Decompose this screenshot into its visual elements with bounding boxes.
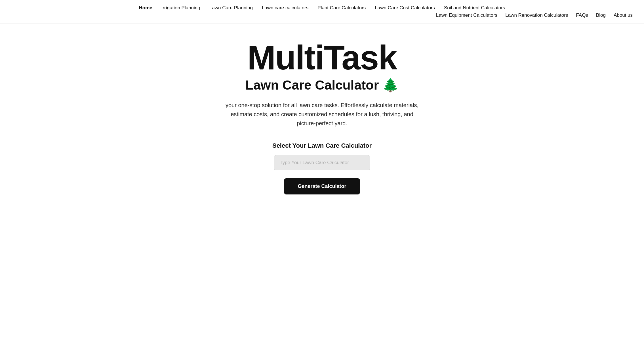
calculator-input[interactable] xyxy=(274,155,370,170)
nav-link-lawn-care-calculators[interactable]: Lawn care calculators xyxy=(262,5,308,11)
main-nav: HomeIrrigation PlanningLawn Care Plannin… xyxy=(0,0,644,24)
generate-calculator-button[interactable]: Generate Calculator xyxy=(284,178,360,194)
hero-title: MultiTask xyxy=(247,41,397,75)
calculator-label: Select Your Lawn Care Calculator xyxy=(272,142,372,149)
nav-link-lawn-care-planning[interactable]: Lawn Care Planning xyxy=(209,5,253,11)
nav-link-blog[interactable]: Blog xyxy=(596,12,606,18)
nav-link-lawn-care-cost-calculators[interactable]: Lawn Care Cost Calculators xyxy=(375,5,435,11)
nav-link-faqs[interactable]: FAQs xyxy=(576,12,588,18)
calculator-section: Select Your Lawn Care Calculator Generat… xyxy=(6,142,638,194)
nav-link-plant-care-calculators[interactable]: Plant Care Calculators xyxy=(317,5,366,11)
nav-link-home[interactable]: Home xyxy=(139,5,152,11)
hero-section: MultiTask Lawn Care Calculator 🌲 your on… xyxy=(0,24,644,206)
nav-row-2: Lawn Equipment CalculatorsLawn Renovatio… xyxy=(11,12,633,18)
nav-link-lawn-renovation-calculators[interactable]: Lawn Renovation Calculators xyxy=(505,12,568,18)
nav-link-lawn-equipment-calculators[interactable]: Lawn Equipment Calculators xyxy=(436,12,497,18)
nav-link-soil-and-nutrient-calculators[interactable]: Soil and Nutrient Calculators xyxy=(444,5,505,11)
nav-row-1: HomeIrrigation PlanningLawn Care Plannin… xyxy=(11,5,633,11)
hero-subtitle: Lawn Care Calculator 🌲 xyxy=(245,77,399,93)
nav-link-about-us[interactable]: About us xyxy=(614,12,633,18)
nav-link-irrigation-planning[interactable]: Irrigation Planning xyxy=(161,5,200,11)
hero-description: your one-stop solution for all lawn care… xyxy=(226,101,418,128)
